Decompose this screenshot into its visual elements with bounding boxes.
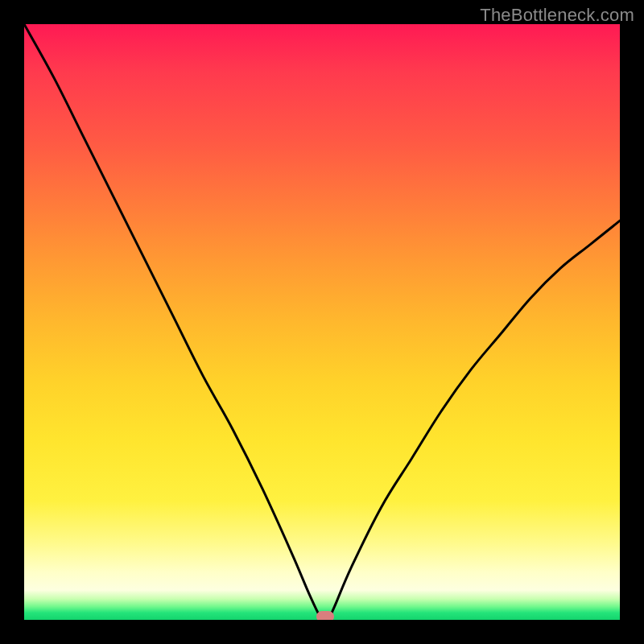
optimum-marker (316, 611, 334, 620)
bottleneck-curve (24, 24, 620, 620)
plot-area (24, 24, 620, 620)
curve-svg (24, 24, 620, 620)
chart-frame: TheBottleneck.com (0, 0, 644, 644)
watermark-text: TheBottleneck.com (480, 5, 634, 26)
